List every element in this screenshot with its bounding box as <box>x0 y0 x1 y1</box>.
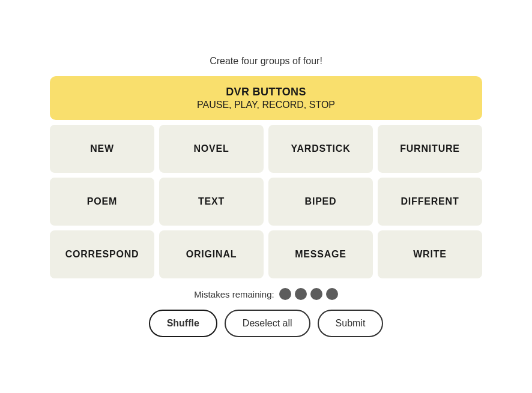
category-items: PAUSE, PLAY, RECORD, STOP <box>62 100 470 110</box>
solved-category-row: DVR BUTTONS PAUSE, PLAY, RECORD, STOP <box>50 76 482 120</box>
word-card-different[interactable]: DIFFERENT <box>378 178 482 226</box>
word-card-message[interactable]: MESSAGE <box>268 230 373 278</box>
word-card-original[interactable]: ORIGINAL <box>159 230 264 278</box>
instructions-text: Create four groups of four! <box>210 56 322 67</box>
category-title: DVR BUTTONS <box>62 86 470 98</box>
word-card-biped[interactable]: BIPED <box>268 178 373 226</box>
mistake-dot-4 <box>326 288 338 300</box>
mistakes-section: Mistakes remaining: <box>194 288 337 300</box>
shuffle-button[interactable]: Shuffle <box>149 310 217 337</box>
mistake-dot-3 <box>310 288 322 300</box>
word-card-text[interactable]: TEXT <box>159 178 264 226</box>
submit-button[interactable]: Submit <box>318 310 384 337</box>
mistakes-label: Mistakes remaining: <box>194 289 274 299</box>
word-row-3: CORRESPOND ORIGINAL MESSAGE WRITE <box>50 230 482 278</box>
word-card-write[interactable]: WRITE <box>378 230 482 278</box>
game-container: Create four groups of four! DVR BUTTONS … <box>50 56 482 337</box>
word-card-furniture[interactable]: FURNITURE <box>378 125 482 173</box>
word-row-2: POEM TEXT BIPED DIFFERENT <box>50 178 482 226</box>
word-card-poem[interactable]: POEM <box>50 178 154 226</box>
word-card-new[interactable]: NEW <box>50 125 154 173</box>
word-card-yardstick[interactable]: YARDSTICK <box>268 125 373 173</box>
deselect-all-button[interactable]: Deselect all <box>225 310 310 337</box>
word-card-novel[interactable]: NOVEL <box>159 125 264 173</box>
mistake-dot-2 <box>295 288 307 300</box>
mistake-dots <box>279 288 338 300</box>
mistake-dot-1 <box>279 288 291 300</box>
buttons-section: Shuffle Deselect all Submit <box>149 310 384 337</box>
word-row-1: NEW NOVEL YARDSTICK FURNITURE <box>50 125 482 173</box>
word-card-correspond[interactable]: CORRESPOND <box>50 230 154 278</box>
grid-container: DVR BUTTONS PAUSE, PLAY, RECORD, STOP NE… <box>50 76 482 278</box>
